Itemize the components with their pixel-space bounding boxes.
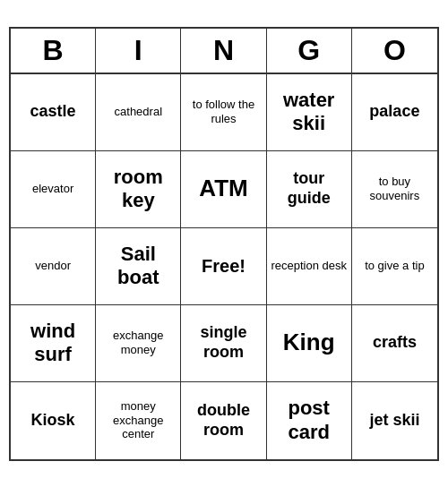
cell-text: post card — [271, 397, 348, 444]
cell-text: elevator — [32, 182, 73, 196]
cell-text: Kiosk — [31, 411, 75, 431]
header-letter: I — [96, 29, 181, 73]
cell-text: vendor — [35, 259, 71, 273]
cell-text: to follow the rules — [185, 98, 262, 125]
bingo-cell: wind surf — [11, 305, 96, 382]
cell-text: cathedral — [115, 105, 162, 119]
bingo-cell: water skii — [267, 74, 352, 151]
cell-text: money exchange center — [99, 399, 177, 441]
header-letter: O — [352, 29, 437, 73]
bingo-cell: to follow the rules — [181, 74, 266, 151]
bingo-cell: to give a tip — [352, 228, 437, 305]
bingo-cell: King — [267, 305, 352, 382]
bingo-grid: castlecathedralto follow the ruleswater … — [11, 74, 437, 459]
cell-text: tour guide — [271, 169, 348, 208]
bingo-cell: vendor — [11, 228, 96, 305]
header-letter: B — [11, 29, 96, 73]
cell-text: crafts — [373, 333, 417, 353]
bingo-cell: castle — [11, 74, 96, 151]
bingo-cell: Free! — [181, 228, 266, 305]
bingo-cell: elevator — [11, 151, 96, 228]
bingo-card: BINGO castlecathedralto follow the rules… — [9, 27, 439, 461]
cell-text: water skii — [271, 89, 348, 136]
bingo-cell: Sail boat — [96, 228, 181, 305]
cell-text: Sail boat — [99, 243, 177, 290]
cell-text: double room — [185, 401, 262, 440]
bingo-cell: double room — [181, 382, 266, 459]
cell-text: King — [283, 329, 335, 356]
cell-text: wind surf — [14, 320, 91, 367]
cell-text: reception desk — [271, 259, 347, 273]
cell-text: to buy souvenirs — [356, 175, 434, 202]
cell-text: castle — [30, 102, 76, 122]
bingo-cell: Kiosk — [11, 382, 96, 459]
bingo-cell: exchange money — [96, 305, 181, 382]
bingo-cell: ATM — [181, 151, 266, 228]
bingo-cell: room key — [96, 151, 181, 228]
cell-text: Free! — [202, 255, 246, 277]
cell-text: ATM — [199, 175, 247, 202]
cell-text: jet skii — [369, 411, 419, 431]
bingo-cell: post card — [267, 382, 352, 459]
header-letter: G — [267, 29, 352, 73]
cell-text: to give a tip — [365, 259, 425, 273]
bingo-cell: to buy souvenirs — [352, 151, 437, 228]
bingo-cell: reception desk — [267, 228, 352, 305]
cell-text: palace — [369, 102, 419, 122]
bingo-cell: tour guide — [267, 151, 352, 228]
bingo-cell: single room — [181, 305, 266, 382]
bingo-cell: jet skii — [352, 382, 437, 459]
bingo-cell: cathedral — [96, 74, 181, 151]
bingo-cell: money exchange center — [96, 382, 181, 459]
cell-text: room key — [99, 166, 177, 213]
bingo-header: BINGO — [11, 29, 437, 74]
cell-text: exchange money — [99, 329, 177, 356]
cell-text: single room — [185, 323, 262, 362]
bingo-cell: palace — [352, 74, 437, 151]
header-letter: N — [181, 29, 266, 73]
bingo-cell: crafts — [352, 305, 437, 382]
